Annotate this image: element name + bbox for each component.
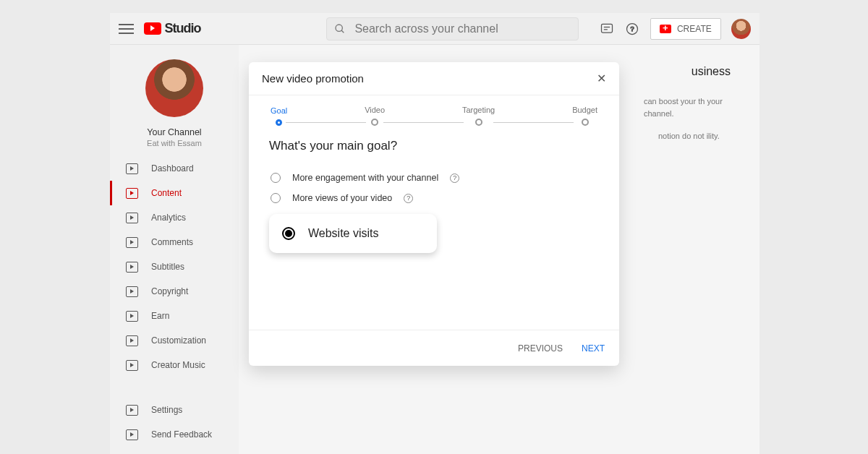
sidebar-item-label: Copyright — [151, 286, 188, 296]
header-bar: Studio Search across your channel ? CREA… — [110, 13, 760, 45]
sidebar-item-settings[interactable]: Settings — [110, 398, 239, 422]
sidebar: Your Channel Eat with Essam Dashboard Co… — [110, 45, 239, 454]
step-goal[interactable]: Goal — [271, 106, 287, 126]
search-placeholder: Search across your channel — [354, 22, 498, 35]
page-note-1: can boost your th your channel. — [644, 95, 738, 119]
step-budget[interactable]: Budget — [572, 106, 597, 126]
step-dot-icon — [582, 119, 589, 126]
sidebar-item-label: Settings — [151, 405, 182, 415]
subtitles-icon — [126, 262, 138, 273]
radio-icon — [271, 193, 281, 203]
search-input[interactable]: Search across your channel — [326, 17, 579, 40]
avatar[interactable] — [731, 19, 751, 39]
sidebar-item-label: Send Feedback — [151, 429, 212, 440]
svg-text:?: ? — [631, 25, 634, 33]
svg-line-1 — [341, 30, 344, 33]
modal-footer: PREVIOUS NEXT — [249, 330, 619, 366]
modal-title: New video promotion — [262, 72, 364, 85]
goal-option-views[interactable]: More views of your video ? — [269, 188, 599, 208]
analytics-icon — [126, 213, 138, 223]
nav-list: Dashboard Content Analytics Comments Sub… — [110, 156, 239, 377]
app-window: Studio Search across your channel ? CREA… — [110, 13, 760, 454]
sidebar-item-creator-music[interactable]: Creator Music — [110, 353, 239, 377]
sidebar-item-customization[interactable]: Customization — [110, 328, 239, 353]
create-icon — [660, 25, 671, 33]
music-icon — [126, 360, 138, 371]
page-note-2: notion do not ility. — [658, 130, 738, 142]
step-label: Goal — [271, 106, 287, 115]
sidebar-item-label: Content — [151, 188, 182, 198]
youtube-studio-logo[interactable]: Studio — [144, 21, 200, 36]
sidebar-item-dashboard[interactable]: Dashboard — [110, 156, 239, 181]
promotion-modal: New video promotion ✕ Goal Video Targeti… — [249, 62, 619, 366]
sidebar-item-content[interactable]: Content — [110, 181, 239, 205]
option-label: Website visits — [308, 227, 379, 240]
next-button[interactable]: NEXT — [582, 343, 605, 354]
sidebar-item-analytics[interactable]: Analytics — [110, 205, 239, 230]
sidebar-item-label: Earn — [151, 311, 169, 321]
radio-icon — [271, 173, 281, 183]
brand-text: Studio — [164, 21, 200, 36]
menu-icon[interactable] — [119, 21, 134, 37]
radio-selected-icon — [282, 227, 295, 240]
channel-title: Your Channel — [110, 127, 239, 137]
step-dot-icon — [276, 119, 282, 126]
sidebar-item-comments[interactable]: Comments — [110, 230, 239, 254]
search-icon — [334, 23, 346, 35]
channel-subtitle: Eat with Essam — [110, 139, 239, 147]
modal-header: New video promotion ✕ — [249, 62, 619, 95]
content-icon — [126, 188, 138, 199]
gear-icon — [126, 405, 138, 416]
sidebar-item-label: Dashboard — [151, 163, 194, 174]
option-label: More views of your video — [292, 193, 392, 203]
sidebar-item-feedback[interactable]: Send Feedback — [110, 422, 239, 447]
help-icon[interactable]: ? — [404, 194, 413, 203]
step-video[interactable]: Video — [365, 106, 385, 126]
stepper: Goal Video Targeting Budget — [249, 95, 619, 127]
comments-icon — [126, 237, 138, 248]
nav-bottom: Settings Send Feedback — [110, 398, 239, 454]
feedback-icon — [126, 429, 138, 440]
step-label: Video — [365, 106, 385, 114]
goal-question: What's your main goal? — [269, 139, 599, 153]
goal-option-engagement[interactable]: More engagement with your channel ? — [269, 168, 599, 188]
svg-point-0 — [336, 25, 342, 31]
customization-icon — [126, 335, 138, 346]
step-dot-icon — [475, 119, 482, 126]
dashboard-icon — [126, 163, 138, 174]
play-icon — [144, 22, 161, 35]
chat-help-icon[interactable] — [599, 21, 614, 37]
channel-avatar[interactable] — [145, 59, 203, 117]
help-icon[interactable]: ? — [625, 21, 640, 37]
step-dot-icon — [371, 119, 378, 126]
step-targeting[interactable]: Targeting — [462, 106, 495, 126]
sidebar-item-label: Customization — [151, 335, 206, 346]
create-label: CREATE — [677, 24, 712, 34]
sidebar-item-copyright[interactable]: Copyright — [110, 279, 239, 304]
sidebar-item-label: Analytics — [151, 213, 186, 223]
close-icon[interactable]: ✕ — [597, 72, 606, 85]
earn-icon — [126, 311, 138, 322]
sidebar-item-subtitles[interactable]: Subtitles — [110, 254, 239, 279]
copyright-icon — [126, 286, 138, 297]
step-label: Budget — [572, 106, 597, 114]
previous-button[interactable]: PREVIOUS — [518, 343, 563, 354]
sidebar-item-label: Creator Music — [151, 360, 205, 370]
option-label: More engagement with your channel — [292, 173, 438, 183]
help-icon[interactable]: ? — [450, 174, 459, 183]
svg-rect-2 — [601, 24, 612, 33]
modal-body: What's your main goal? More engagement w… — [249, 127, 619, 253]
goal-option-website-visits[interactable]: Website visits — [269, 214, 437, 253]
sidebar-item-earn[interactable]: Earn — [110, 304, 239, 328]
sidebar-item-label: Subtitles — [151, 262, 184, 272]
create-button[interactable]: CREATE — [650, 18, 721, 40]
sidebar-item-label: Comments — [151, 237, 193, 247]
step-label: Targeting — [462, 106, 495, 114]
